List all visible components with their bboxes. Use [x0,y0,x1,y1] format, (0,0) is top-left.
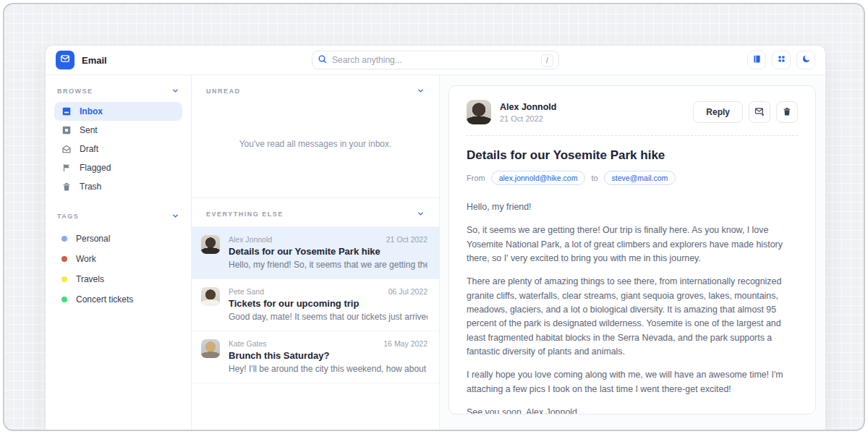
unread-empty-message: You've read all messages in your inbox. [192,95,439,197]
screen: Email / [0,0,868,434]
tags-section-header[interactable]: TAGS [54,212,182,220]
email-app-window: Email / [45,45,826,430]
email-preview: Hey! I'll be around the city this weeken… [229,364,427,374]
email-subject: Details for our Yosemite Park hike [229,246,427,257]
search-input[interactable] [332,55,536,65]
email-subject: Tickets for our upcoming trip [229,298,427,309]
tag-label: Travels [76,274,104,284]
unread-label: UNREAD [206,88,241,95]
tag-list: Personal Work Travels Concert ticke [54,229,182,310]
avatar [201,287,220,306]
everything-else-section: EVERYTHING ELSE A [192,197,439,383]
email-date: 21 Oct 2022 [386,235,427,244]
reply-button[interactable]: Reply [693,101,743,123]
chevron-down-icon[interactable] [417,210,425,218]
everything-else-section-header[interactable]: EVERYTHING ELSE [203,210,427,218]
apps-grid-button[interactable] [772,51,791,69]
email-body: Hello, my friend! So, it seems we are ge… [467,200,798,414]
tag-item-travels[interactable]: Travels [54,269,182,289]
inbox-icon [61,106,72,116]
message-list-column: UNREAD You've read all messages in your … [192,75,440,430]
search-bar[interactable]: / [312,51,559,69]
to-label: to [591,174,597,182]
email-list-item-1[interactable]: Alex Jonnold 21 Oct 2022 Details for our… [192,226,439,278]
tag-item-work[interactable]: Work [54,249,182,269]
tag-item-personal[interactable]: Personal [54,229,182,249]
tag-label: Personal [76,234,110,244]
envelope-forward-icon [754,106,765,119]
email-date: 06 Jul 2022 [388,287,427,296]
app-logo[interactable] [56,51,75,69]
tag-color-dot [61,236,67,242]
unread-section-header[interactable]: UNREAD [203,87,427,95]
email-paragraph: So, it seems we are getting there! Our t… [467,224,798,265]
from-email-pill[interactable]: alex.jonnold@hike.com [491,171,586,185]
from-label: From [467,174,485,182]
sidebar-item-label: Trash [80,182,101,192]
chevron-down-icon[interactable] [417,87,425,95]
browse-section-header[interactable]: BROWSE [54,87,182,95]
app-title: Email [82,55,107,66]
sent-icon [61,125,72,135]
chevron-down-icon[interactable] [171,212,179,220]
envelope-icon [60,54,70,67]
moon-icon [801,54,811,66]
email-date: 16 May 2022 [383,339,427,348]
top-bar: Email / [46,46,825,75]
search-icon [318,54,327,67]
avatar [201,339,220,358]
email-paragraph: See you soon, Alex Jonnold [467,406,798,414]
sidebar: BROWSE Inbox [46,75,192,430]
email-sender: Kate Gates [229,339,267,348]
reading-list-button[interactable] [747,51,766,69]
to-email-pill[interactable]: steve@mail.com [604,171,676,185]
sidebar-item-label: Inbox [80,106,103,116]
folder-list: Inbox Sent Draft [54,102,182,196]
email-detail-card: Alex Jonnold 21 Oct 2022 Reply [448,85,816,414]
chevron-down-icon[interactable] [171,87,179,95]
tag-item-concert-tickets[interactable]: Concert tickets [54,289,182,310]
email-sender: Pete Sand [229,287,264,296]
email-subject: Brunch this Saturday? [229,350,427,361]
divider [467,135,798,136]
forward-email-button[interactable] [749,101,770,123]
sidebar-item-label: Flagged [80,163,111,173]
email-paragraph: I really hope you love coming along with… [467,368,798,396]
delete-email-button[interactable] [776,101,798,123]
sidebar-item-trash[interactable]: Trash [54,177,182,196]
tag-label: Concert tickets [76,294,133,305]
sidebar-item-sent[interactable]: Sent [54,121,182,140]
email-paragraph: There are plenty of amazing things to se… [467,275,798,359]
flag-icon [61,163,72,173]
top-bar-actions [559,51,815,69]
email-list: Alex Jonnold 21 Oct 2022 Details for our… [192,226,439,383]
brand: Email [56,51,312,69]
email-preview: Good day, mate! It seems that our ticket… [229,312,427,322]
email-list-item-3[interactable]: Kate Gates 16 May 2022 Brunch this Satur… [192,331,439,383]
trash-icon [61,182,72,192]
email-preview: Hello, my friend! So, it seems that we a… [229,260,427,270]
apps-grid-icon [777,54,786,66]
everything-else-label: EVERYTHING ELSE [206,210,284,218]
detail-subject: Details for our Yosemite Park hike [467,148,798,163]
sidebar-item-inbox[interactable]: Inbox [54,102,182,121]
sidebar-item-flagged[interactable]: Flagged [54,158,182,177]
sidebar-item-draft[interactable]: Draft [54,140,182,158]
email-detail-header: Alex Jonnold 21 Oct 2022 Reply [467,100,798,124]
avatar [201,235,220,254]
sidebar-item-label: Sent [80,125,98,135]
draft-icon [61,144,72,154]
tag-color-dot [61,276,67,282]
detail-actions: Reply [693,101,798,123]
avatar [467,100,491,124]
from-to-row: From alex.jonnold@hike.com to steve@mail… [467,171,798,185]
search-shortcut-key: / [541,54,553,67]
reading-list-icon [752,54,762,66]
detail-sender-name: Alex Jonnold [500,102,556,112]
browse-label: BROWSE [57,88,93,95]
dark-mode-toggle[interactable] [796,51,815,69]
detail-date: 21 Oct 2022 [500,114,556,123]
reading-pane-column: Alex Jonnold 21 Oct 2022 Reply [440,75,825,430]
email-list-item-2[interactable]: Pete Sand 06 Jul 2022 Tickets for our up… [192,278,439,331]
tag-color-dot [61,297,67,302]
